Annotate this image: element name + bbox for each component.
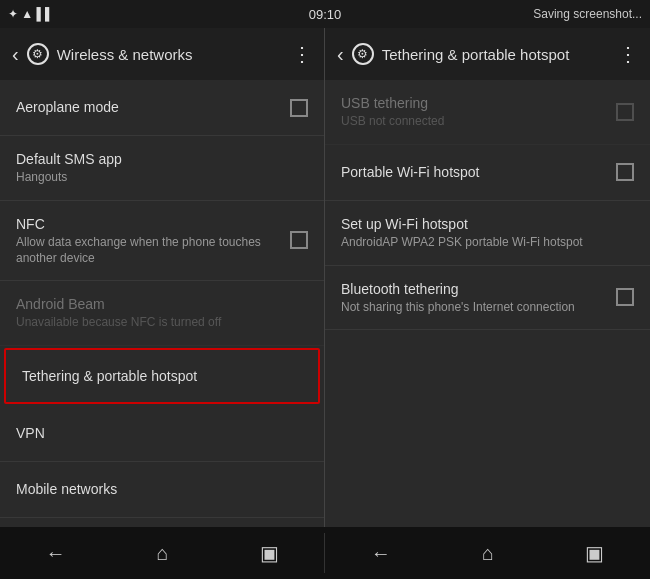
nav-bar: ← ⌂ ▣ ← ⌂ ▣ — [0, 527, 650, 579]
status-bar-saving: Saving screenshot... — [533, 7, 642, 21]
setting-item-aeroplane[interactable]: Aeroplane mode — [0, 80, 324, 136]
setting-item-mobile-networks[interactable]: Mobile networks — [0, 462, 324, 518]
bluetooth-tethering-checkbox[interactable] — [616, 288, 634, 306]
setup-wifi-title: Set up Wi-Fi hotspot — [341, 215, 634, 233]
setting-item-portable-wifi[interactable]: Portable Wi-Fi hotspot — [325, 145, 650, 201]
right-panel-header: ‹ ⚙ Tethering & portable hotspot ⋮ — [325, 28, 650, 80]
portable-wifi-title: Portable Wi-Fi hotspot — [341, 163, 608, 181]
aeroplane-title: Aeroplane mode — [16, 98, 282, 116]
right-settings-icon: ⚙ — [352, 43, 374, 65]
left-nav-section: ← ⌂ ▣ — [0, 533, 325, 573]
left-home-nav[interactable]: ⌂ — [140, 534, 184, 573]
setup-wifi-subtitle: AndroidAP WPA2 PSK portable Wi-Fi hotspo… — [341, 235, 634, 251]
left-panel: ‹ ⚙ Wireless & networks ⋮ Aeroplane mode… — [0, 28, 325, 527]
mobile-networks-title: Mobile networks — [16, 480, 308, 498]
nfc-checkbox[interactable] — [290, 231, 308, 249]
setting-item-vpn[interactable]: VPN — [0, 406, 324, 462]
left-panel-title: Wireless & networks — [57, 46, 284, 63]
right-panel-title: Tethering & portable hotspot — [382, 46, 610, 63]
aeroplane-checkbox[interactable] — [290, 99, 308, 117]
left-settings-list: Aeroplane mode Default SMS app Hangouts … — [0, 80, 324, 527]
default-sms-title: Default SMS app — [16, 150, 308, 168]
setting-item-setup-wifi[interactable]: Set up Wi-Fi hotspot AndroidAP WPA2 PSK … — [325, 201, 650, 266]
nfc-title: NFC — [16, 215, 282, 233]
status-bar-time: 09:10 — [309, 7, 342, 22]
setting-item-default-sms[interactable]: Default SMS app Hangouts — [0, 136, 324, 201]
setting-item-bluetooth-tethering[interactable]: Bluetooth tethering Not sharing this pho… — [325, 266, 650, 331]
setting-item-tethering[interactable]: Tethering & portable hotspot — [4, 348, 320, 404]
left-panel-header: ‹ ⚙ Wireless & networks ⋮ — [0, 28, 324, 80]
bluetooth-tethering-subtitle: Not sharing this phone's Internet connec… — [341, 300, 608, 316]
bluetooth-tethering-title: Bluetooth tethering — [341, 280, 608, 298]
usb-tethering-subtitle: USB not connected — [341, 114, 608, 130]
tethering-title: Tethering & portable hotspot — [22, 367, 302, 385]
right-home-nav[interactable]: ⌂ — [466, 534, 510, 573]
setting-item-android-beam: Android Beam Unavailable because NFC is … — [0, 281, 324, 346]
setting-item-mobile-broadcasts[interactable]: Mobile broadcasts — [0, 518, 324, 527]
panels-container: ‹ ⚙ Wireless & networks ⋮ Aeroplane mode… — [0, 28, 650, 527]
left-settings-icon: ⚙ — [27, 43, 49, 65]
status-bar-left: ✦ ▲ ▌▌ — [8, 7, 54, 21]
nfc-subtitle: Allow data exchange when the phone touch… — [16, 235, 282, 266]
right-recent-nav[interactable]: ▣ — [569, 533, 620, 573]
default-sms-subtitle: Hangouts — [16, 170, 308, 186]
right-panel: ‹ ⚙ Tethering & portable hotspot ⋮ USB t… — [325, 28, 650, 527]
left-recent-nav[interactable]: ▣ — [244, 533, 295, 573]
setting-item-nfc[interactable]: NFC Allow data exchange when the phone t… — [0, 201, 324, 281]
status-bar: ✦ ▲ ▌▌ 09:10 Saving screenshot... — [0, 0, 650, 28]
setting-item-usb-tethering: USB tethering USB not connected — [325, 80, 650, 145]
vpn-title: VPN — [16, 424, 308, 442]
right-more-button[interactable]: ⋮ — [618, 42, 638, 66]
signal-icon: ✦ ▲ ▌▌ — [8, 7, 54, 21]
right-settings-list: USB tethering USB not connected Portable… — [325, 80, 650, 527]
usb-tethering-title: USB tethering — [341, 94, 608, 112]
portable-wifi-checkbox[interactable] — [616, 163, 634, 181]
left-back-button[interactable]: ‹ — [12, 43, 19, 66]
android-beam-subtitle: Unavailable because NFC is turned off — [16, 315, 308, 331]
android-beam-title: Android Beam — [16, 295, 308, 313]
right-nav-section: ← ⌂ ▣ — [325, 533, 650, 573]
left-more-button[interactable]: ⋮ — [292, 42, 312, 66]
left-back-nav[interactable]: ← — [29, 534, 81, 573]
right-back-button[interactable]: ‹ — [337, 43, 344, 66]
usb-tethering-checkbox — [616, 103, 634, 121]
right-back-nav[interactable]: ← — [355, 534, 407, 573]
